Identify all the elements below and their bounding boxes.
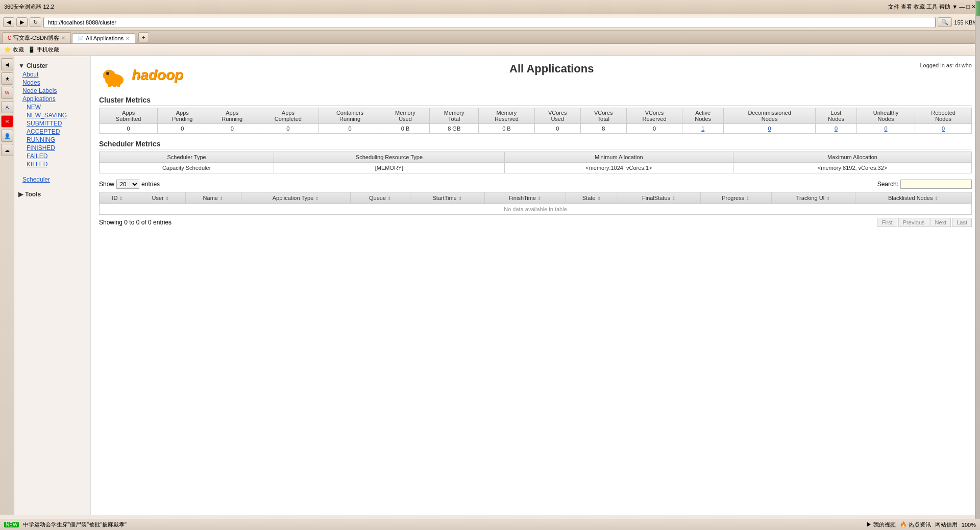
bookmark-1[interactable]: ⭐ 收藏 [4,46,24,54]
browser-nav: ◀ ▶ ↻ 🔍 155 KB/s [0,14,980,31]
no-data-row: No data available in table [100,204,972,215]
sidebar-state-new[interactable]: NEW [22,103,86,111]
sidebar-item-applications[interactable]: Applications [18,95,86,103]
sidebar-item-scheduler[interactable]: Scheduler [18,175,86,184]
col-lost-nodes: LostNodes [816,108,857,124]
sidebar-state-submitted[interactable]: SUBMITTED [22,119,86,128]
col-memory-used: MemoryUsed [381,108,430,124]
sidebar-state-running[interactable]: RUNNING [22,136,86,144]
col-queue[interactable]: Queue ⇕ [351,192,410,204]
tab-csdn[interactable]: C 写文章-CSDN博客 ✕ [2,32,71,43]
scheduler-row: Capacity Scheduler [MEMORY] <memory:1024… [100,163,972,173]
next-button[interactable]: Next [930,218,951,227]
col-containers-running: ContainersRunning [319,108,381,124]
scheduler-metrics-table: Scheduler Type Scheduling Resource Type … [99,152,972,173]
sidebar-item-nodes[interactable]: Nodes [18,79,86,87]
col-unhealthy-nodes: UnhealthyNodes [856,108,915,124]
scrollbar[interactable] [975,0,980,515]
col-state[interactable]: State ⇕ [566,192,618,204]
cluster-metrics-title: Cluster Metrics [99,96,972,106]
icon-btn-user[interactable]: 👤 [1,130,13,142]
val-decommissioned-nodes[interactable]: 0 [724,124,816,134]
col-name[interactable]: Name ⇕ [185,192,241,204]
col-progress[interactable]: Progress ⇕ [700,192,771,204]
val-apps-running: 0 [207,124,257,134]
scheduler-metrics-title: Scheduler Metrics [99,140,972,149]
cluster-metrics-table: AppsSubmitted AppsPending AppsRunning Ap… [99,108,972,134]
sidebar-state-finished[interactable]: FINISHED [22,144,86,152]
svg-rect-5 [113,84,116,87]
url-bar[interactable] [43,17,936,28]
col-user[interactable]: User ⇕ [136,192,185,204]
refresh-button[interactable]: ↻ [30,17,41,27]
val-memory-used: 0 B [381,124,430,134]
col-vcores-reserved: VCoresReserved [626,108,682,124]
forward-button[interactable]: ▶ [16,17,28,27]
col-id[interactable]: ID ⇕ [100,192,136,204]
window-controls[interactable]: 文件 查看 收藏 工具 帮助 ▼ — □ ✕ [888,3,976,11]
sidebar-state-failed[interactable]: FAILED [22,152,86,160]
col-tracking-ui[interactable]: Tracking UI ⇕ [771,192,855,204]
previous-button[interactable]: Previous [898,218,929,227]
icon-btn-weibo[interactable]: W [1,87,13,99]
icon-btn-1[interactable]: ◀ [1,58,13,70]
new-tab-button[interactable]: + [138,32,149,42]
sched-col-min-alloc: Minimum Allocation [504,152,733,163]
val-vcores-total: 8 [580,124,626,134]
sched-col-max-alloc: Maximum Allocation [733,152,972,163]
sidebar-item-nodelabels[interactable]: Node Labels [18,87,86,95]
col-blacklisted-nodes[interactable]: Blacklisted Nodes ⇕ [855,192,971,204]
scrollbar-thumb[interactable] [976,1,980,16]
icon-btn-app[interactable]: A [1,101,13,113]
col-start-time[interactable]: StartTime ⇕ [410,192,485,204]
col-finish-time[interactable]: FinishTime ⇕ [485,192,566,204]
val-memory-total: 8 GB [430,124,479,134]
val-apps-completed: 0 [257,124,319,134]
tab-csdn-close[interactable]: ✕ [61,35,65,41]
sched-col-type: Scheduler Type [100,152,274,163]
val-lost-nodes[interactable]: 0 [816,124,857,134]
showing-label: Showing 0 to 0 of 0 entries [99,219,172,226]
search-input[interactable] [900,180,972,189]
val-rebooted-nodes[interactable]: 0 [915,124,972,134]
col-vcores-total: VCoresTotal [580,108,626,124]
col-final-status[interactable]: FinalStatus ⇕ [618,192,700,204]
sidebar-item-about[interactable]: About [18,70,86,79]
icon-btn-star[interactable]: ★ [1,72,13,85]
sidebar-state-new-saving[interactable]: NEW_SAVING [22,111,86,119]
sidebar-tools-toggle[interactable]: ▶ Tools [18,190,86,199]
col-decommissioned-nodes: DecommissionedNodes [724,108,816,124]
val-containers-running: 0 [319,124,381,134]
col-rebooted-nodes: RebootedNodes [915,108,972,124]
col-apps-pending: AppsPending [158,108,207,124]
val-memory-reserved: 0 B [479,124,535,134]
back-button[interactable]: ◀ [3,17,14,27]
sched-val-type: Capacity Scheduler [100,163,274,173]
sched-col-resource-type: Scheduling Resource Type [274,152,505,163]
hadoop-elephant-icon [99,62,130,88]
first-button[interactable]: First [877,218,897,227]
sidebar-cluster-toggle[interactable]: ▼ Cluster [18,61,86,70]
icon-btn-red[interactable]: R [1,115,13,128]
sidebar-state-accepted[interactable]: ACCEPTED [22,128,86,136]
last-button[interactable]: Last [952,218,972,227]
search-button[interactable]: 🔍 [938,17,952,27]
sidebar-cluster-label: Cluster [27,62,47,69]
tab-allapps-label: All Applications [86,35,124,41]
no-data-message: No data available in table [100,204,972,215]
entries-select[interactable]: 20 50 100 [116,180,139,189]
sched-val-resource-type: [MEMORY] [274,163,505,173]
tab-allapps[interactable]: 📄 All Applications ✕ [72,33,135,43]
sidebar-tools-section: ▶ Tools [14,189,90,200]
val-active-nodes[interactable]: 1 [682,124,724,134]
col-app-type[interactable]: Application Type ⇕ [241,192,350,204]
svg-rect-6 [117,83,120,87]
left-icon-strip: ◀ ★ W A R 👤 ☁ [0,56,14,515]
sidebar-state-killed[interactable]: KILLED [22,160,86,168]
tab-allapps-close[interactable]: ✕ [126,36,130,41]
title-right: 文件 查看 收藏 工具 帮助 ▼ — □ ✕ [888,3,976,11]
val-unhealthy-nodes[interactable]: 0 [856,124,915,134]
bookmark-2[interactable]: 📱 手机收藏 [28,46,59,54]
title-left: 360安全浏览器 12.2 [4,3,54,11]
icon-btn-cloud[interactable]: ☁ [1,144,13,156]
